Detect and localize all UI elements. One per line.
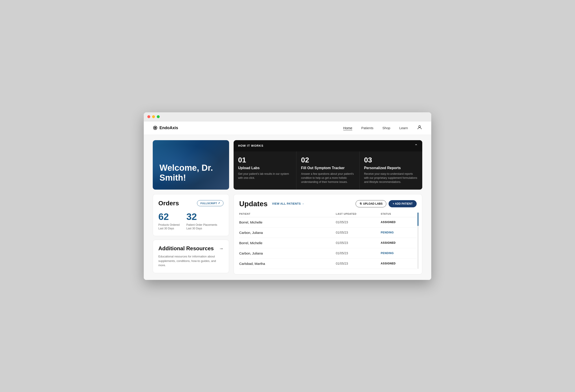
- orders-header: Orders FULLSCRIPT ↗: [158, 200, 223, 207]
- svg-point-5: [419, 125, 420, 127]
- col-last-updated: LAST UPDATED: [336, 213, 381, 215]
- user-icon[interactable]: [417, 125, 422, 131]
- updates-title: Updates: [239, 200, 267, 208]
- step-1-title: Upload Labs: [238, 166, 292, 170]
- last-updated-date: 01/05/23: [336, 262, 381, 265]
- resources-title: Additional Resources: [158, 245, 214, 252]
- hiw-steps: 01 Upload Labs Get your patient's lab re…: [234, 151, 422, 189]
- scrollbar[interactable]: [418, 213, 418, 269]
- fullscript-button[interactable]: FULLSCRIPT ↗: [197, 200, 223, 206]
- resources-title-row: Additional Resources →: [158, 245, 223, 252]
- hiw-step-2: 02 Fill Out Symptom Tracker Answer a few…: [296, 151, 359, 189]
- hiw-step-1: 01 Upload Labs Get your patient's lab re…: [234, 151, 296, 189]
- upload-labs-button[interactable]: ⚗ UPLOAD LABS: [356, 200, 386, 207]
- app-window: EndoAxis Home Patients Shop Learn W: [144, 112, 431, 280]
- step-3-title: Personalized Reports: [364, 166, 418, 170]
- step-2-number: 02: [301, 156, 355, 164]
- main-content: Welcome, Dr. Smith! HOW IT WORKS ⌃ 01 Up…: [144, 135, 431, 280]
- logo[interactable]: EndoAxis: [153, 125, 178, 130]
- nav-links: Home Patients Shop Learn: [343, 126, 408, 130]
- resources-card[interactable]: Additional Resources → Educational resou…: [153, 240, 229, 273]
- nav-patients[interactable]: Patients: [361, 126, 373, 130]
- maximize-button[interactable]: [157, 115, 160, 118]
- col-patient: PATIENT: [239, 213, 336, 215]
- top-row: Welcome, Dr. Smith! HOW IT WORKS ⌃ 01 Up…: [153, 140, 422, 190]
- navbar: EndoAxis Home Patients Shop Learn: [144, 121, 431, 135]
- left-column: Orders FULLSCRIPT ↗ 62 Products OrderedL…: [153, 194, 229, 274]
- scroll-thumb: [418, 213, 418, 226]
- products-ordered-number: 62: [158, 211, 180, 222]
- titlebar: [144, 112, 431, 121]
- stat-products: 62 Products OrderedLast 30 Days: [158, 211, 180, 231]
- status-badge: PENDING: [381, 231, 417, 234]
- step-3-number: 03: [364, 156, 418, 164]
- hero-card: Welcome, Dr. Smith!: [153, 140, 229, 190]
- bottom-row: Orders FULLSCRIPT ↗ 62 Products OrderedL…: [153, 194, 422, 274]
- updates-header: Updates VIEW ALL PATIENTS → ⚗ UPLOAD LAB…: [239, 200, 417, 208]
- status-badge: ASSIGNED: [381, 241, 417, 245]
- updates-panel: Updates VIEW ALL PATIENTS → ⚗ UPLOAD LAB…: [234, 194, 422, 274]
- order-placements-label: Patient Order PlacementsLast 30 Days: [186, 223, 217, 231]
- close-button[interactable]: [147, 115, 150, 118]
- view-all-patients-link[interactable]: VIEW ALL PATIENTS →: [272, 202, 304, 205]
- last-updated-date: 01/05/23: [336, 251, 381, 255]
- last-updated-date: 01/05/23: [336, 231, 381, 234]
- last-updated-date: 01/05/23: [336, 220, 381, 224]
- table-row[interactable]: Borrel, Michelle 01/05/23 ASSIGNED: [239, 217, 417, 228]
- traffic-lights: [147, 115, 160, 118]
- logo-text: EndoAxis: [160, 125, 178, 130]
- patient-name: Borrel, Michelle: [239, 241, 336, 245]
- table-row[interactable]: Borrel, Michelle 01/05/23 ASSIGNED: [239, 238, 417, 248]
- orders-title: Orders: [158, 200, 179, 207]
- orders-stats: 62 Products OrderedLast 30 Days 32 Patie…: [158, 211, 223, 231]
- nav-learn[interactable]: Learn: [399, 126, 408, 130]
- hiw-title: HOW IT WORKS: [238, 144, 264, 147]
- patients-table: PATIENT LAST UPDATED STATUS Borrel, Mich…: [239, 213, 417, 269]
- minimize-button[interactable]: [152, 115, 155, 118]
- step-3-desc: Receive your easy-to-understand reports …: [364, 172, 418, 184]
- col-status: STATUS: [381, 213, 417, 215]
- products-ordered-label: Products OrderedLast 30 Days: [158, 223, 180, 231]
- order-placements-number: 32: [186, 211, 217, 222]
- hiw-header: HOW IT WORKS ⌃: [234, 140, 422, 151]
- table-body: Borrel, Michelle 01/05/23 ASSIGNED Carbo…: [239, 217, 417, 269]
- table-row[interactable]: Carlsbad, Martha 01/05/23 ASSIGNED: [239, 259, 417, 269]
- patient-name: Carbon, Juliana: [239, 231, 336, 235]
- status-badge: ASSIGNED: [381, 262, 417, 265]
- hiw-step-3: 03 Personalized Reports Receive your eas…: [359, 151, 422, 189]
- patient-name: Carlsbad, Martha: [239, 262, 336, 266]
- add-patient-button[interactable]: + ADD PATIENT: [389, 200, 417, 207]
- patient-name: Borrel, Michelle: [239, 220, 336, 224]
- arrow-right-icon[interactable]: →: [219, 246, 223, 251]
- step-2-title: Fill Out Symptom Tracker: [301, 166, 355, 170]
- stat-placements: 32 Patient Order PlacementsLast 30 Days: [186, 211, 217, 231]
- logo-icon: [153, 125, 158, 130]
- table-row[interactable]: Carbon, Juliana 01/05/23 PENDING: [239, 228, 417, 238]
- resources-description: Educational resources for information ab…: [158, 254, 223, 268]
- step-1-desc: Get your patient's lab results in our sy…: [238, 172, 292, 180]
- how-it-works-panel: HOW IT WORKS ⌃ 01 Upload Labs Get your p…: [234, 140, 422, 190]
- patient-name: Carbon, Juliana: [239, 251, 336, 255]
- nav-home[interactable]: Home: [343, 126, 352, 130]
- table-row[interactable]: Carbon, Juliana 01/05/23 PENDING: [239, 248, 417, 259]
- status-badge: PENDING: [381, 252, 417, 255]
- chevron-up-icon[interactable]: ⌃: [414, 143, 418, 148]
- nav-shop[interactable]: Shop: [383, 126, 390, 130]
- app-content: EndoAxis Home Patients Shop Learn W: [144, 121, 431, 280]
- status-badge: ASSIGNED: [381, 220, 417, 224]
- last-updated-date: 01/05/23: [336, 241, 381, 245]
- welcome-text: Welcome, Dr. Smith!: [160, 163, 222, 183]
- step-2-desc: Answer a few questions about your patien…: [301, 172, 355, 184]
- step-1-number: 01: [238, 156, 292, 164]
- orders-card: Orders FULLSCRIPT ↗ 62 Products OrderedL…: [153, 194, 229, 236]
- table-header: PATIENT LAST UPDATED STATUS: [239, 213, 417, 217]
- updates-actions: ⚗ UPLOAD LABS + ADD PATIENT: [356, 200, 417, 207]
- external-link-icon: ↗: [218, 202, 220, 205]
- flask-icon: ⚗: [359, 202, 362, 205]
